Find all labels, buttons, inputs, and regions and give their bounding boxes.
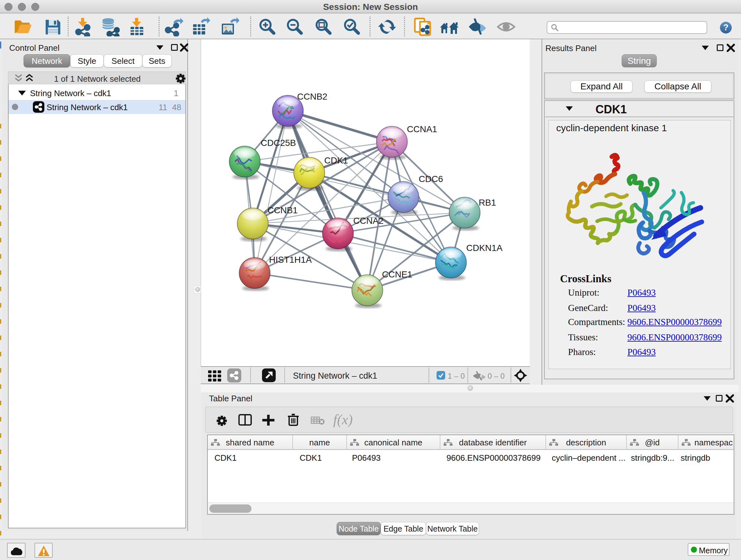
svg-text:CCNE1: CCNE1 [382,269,412,279]
svg-text:CDC25B: CDC25B [261,138,296,148]
svg-text:RB1: RB1 [479,198,496,207]
svg-text:CDK1: CDK1 [324,155,348,165]
svg-text:CCNB2: CCNB2 [297,91,327,102]
svg-text:HIST1H1A: HIST1H1A [269,255,312,265]
svg-text:CCNB1: CCNB1 [267,205,298,215]
svg-text:CDC6: CDC6 [419,174,443,184]
svg-text:CCNA1: CCNA1 [407,124,437,134]
svg-text:CDKN1A: CDKN1A [466,243,502,253]
svg-text:CCNA2: CCNA2 [353,216,384,226]
